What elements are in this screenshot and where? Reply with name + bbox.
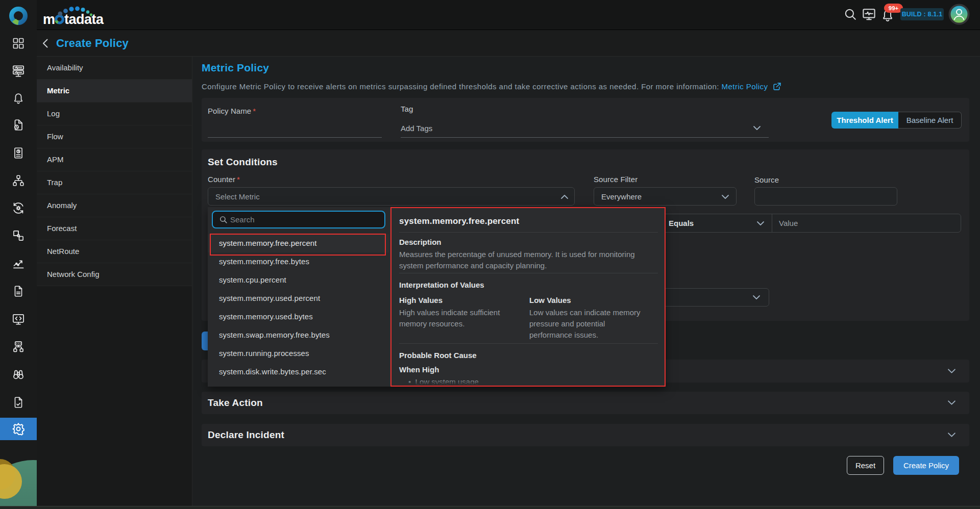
svg-text:tadata: tadata	[64, 12, 104, 27]
svg-text:m: m	[43, 12, 55, 27]
